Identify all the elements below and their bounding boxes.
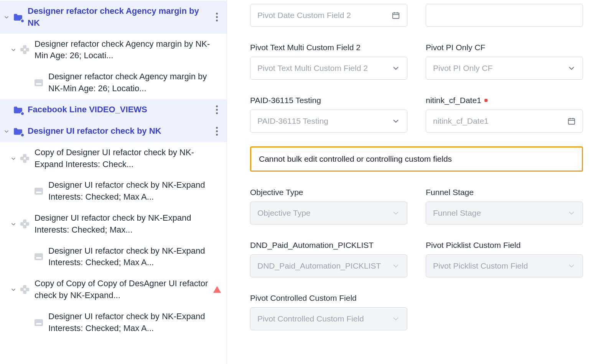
placeholder: Pivot Date Custom Field 2 [257,11,392,20]
warning-banner: Cannot bulk edit controlled or controlli… [250,146,583,172]
chevron-down-icon[interactable] [3,128,10,135]
calendar-icon [567,117,576,125]
chevron-down-icon[interactable] [10,221,17,228]
kebab-icon[interactable] [212,125,221,138]
chevron-down-icon[interactable] [3,14,10,21]
warning-icon [213,285,221,294]
tree-item-label[interactable]: Designer UI refactor check by NK-Expand … [48,311,221,334]
field-label: nitink_cf_Date1 [426,96,583,105]
placeholder: PAID-36115 Testing [257,116,392,126]
label-text: nitink_cf_Date1 [426,96,481,105]
chevron-down-icon [392,64,400,72]
calendar-icon [392,11,400,20]
nitink-cf-date1-input[interactable]: nitink_cf_Date1 [426,110,583,133]
folder-icon [12,104,24,116]
folder-icon [12,126,24,137]
chevron-down-icon [567,262,576,270]
field-label: DND_Paid_Automation_PICKLIST [250,241,407,250]
chevron-down-icon [392,315,400,323]
doc-icon [33,185,44,197]
tree-item-label[interactable]: Designer refactor check Agency margin by… [28,5,209,29]
pivot-picklist-cf-select: Pivot Picklist Custom Field [426,254,583,277]
group-icon [19,153,31,164]
empty-field[interactable] [426,4,583,27]
field-label: Funnel Stage [426,188,583,197]
tree-item-label[interactable]: Designer UI refactor check by NK [28,125,209,137]
folder-icon [12,11,24,23]
placeholder: DND_Paid_Automation_PICKLIST [257,261,392,271]
pivot-pi-only-cf-select[interactable]: Pivot PI Only CF [426,57,583,80]
tree-item-doc[interactable]: Designer UI refactor check by NK-Expand … [0,241,227,274]
kebab-icon[interactable] [212,11,221,23]
placeholder: Pivot Picklist Custom Field [433,261,567,271]
chevron-down-icon[interactable] [10,155,17,162]
tree-item-label[interactable]: Designer UI refactor check by NK-Expand … [48,179,221,203]
tree-item-label[interactable]: Designer refactor check Agency margin by… [48,71,221,95]
group-icon [19,218,31,230]
required-indicator [484,99,488,102]
pivot-controlled-cf-select: Pivot Controlled Custom Field [250,307,407,330]
tree-item-label[interactable]: Designer refactor check Agency margin by… [35,38,221,62]
placeholder: Pivot Text Multi Custom Field 2 [257,64,392,73]
funnel-stage-select: Funnel Stage [426,202,583,225]
field-label: Pivot Text Multi Custom Field 2 [250,43,407,52]
tree-item-doc[interactable]: Designer UI refactor check by NK-Expand … [0,306,227,339]
pivot-text-multi-cf2-select[interactable]: Pivot Text Multi Custom Field 2 [250,57,407,80]
placeholder: nitink_cf_Date1 [433,116,567,126]
placeholder: Funnel Stage [433,208,567,218]
tree-item-folder[interactable]: Designer UI refactor check by NK [0,121,227,142]
kebab-icon[interactable] [212,104,221,116]
chevron-down-icon [392,262,400,270]
tree-item-label[interactable]: Designer UI refactor check by NK-Expand … [35,212,221,236]
paid-36115-testing-select[interactable]: PAID-36115 Testing [250,110,407,133]
svg-rect-0 [393,13,399,19]
placeholder: Pivot Controlled Custom Field [257,314,392,323]
doc-icon [33,77,44,89]
tree-item-group[interactable]: Copy of Designer UI refactor check by NK… [0,142,227,175]
objective-type-select: Objective Type [250,202,407,225]
chevron-down-icon[interactable] [10,286,17,293]
svg-rect-1 [568,119,575,125]
field-label: PAID-36115 Testing [250,96,407,105]
chevron-down-icon [392,209,400,217]
dnd-paid-automation-picklist-select: DND_Paid_Automation_PICKLIST [250,254,407,277]
field-label: Pivot Controlled Custom Field [250,293,407,303]
tree-item-label[interactable]: Designer UI refactor check by NK-Expand … [48,245,221,269]
tree-item-label[interactable]: Copy of Designer UI refactor check by NK… [35,147,221,171]
chevron-down-icon [567,209,576,217]
tree-item-doc[interactable]: Designer refactor check Agency margin by… [0,66,227,99]
chevron-down-icon [392,117,400,125]
group-icon [19,284,31,295]
tree-item-group[interactable]: Designer refactor check Agency margin by… [0,34,227,67]
group-icon [19,44,31,56]
chevron-down-icon [567,64,576,72]
form-panel: Pivot Date Custom Field 2 Pivot Text Mul… [227,0,616,364]
doc-icon [33,251,44,262]
field-label: Pivot Picklist Custom Field [426,241,583,250]
tree-item-folder[interactable]: Facebook Line VIDEO_VIEWS [0,99,227,121]
tree-item-group[interactable]: Copy of Copy of Copy of DesAgner UI refa… [0,273,227,306]
tree-item-label[interactable]: Copy of Copy of Copy of DesAgner UI refa… [35,278,210,302]
tree-item-group[interactable]: Designer UI refactor check by NK-Expand … [0,208,227,241]
placeholder: Pivot PI Only CF [433,64,567,73]
chevron-down-icon[interactable] [10,46,17,53]
placeholder: Objective Type [257,208,392,218]
field-label: Objective Type [250,188,407,197]
doc-icon [33,317,44,328]
pivot-date-cf2-input[interactable]: Pivot Date Custom Field 2 [250,4,407,27]
tree-item-label[interactable]: Facebook Line VIDEO_VIEWS [28,104,209,116]
sidebar: Designer refactor check Agency margin by… [0,0,227,364]
tree-item-folder[interactable]: Designer refactor check Agency margin by… [0,1,227,34]
tree-item-doc[interactable]: Designer UI refactor check by NK-Expand … [0,175,227,208]
field-label: Pivot PI Only CF [426,43,583,52]
